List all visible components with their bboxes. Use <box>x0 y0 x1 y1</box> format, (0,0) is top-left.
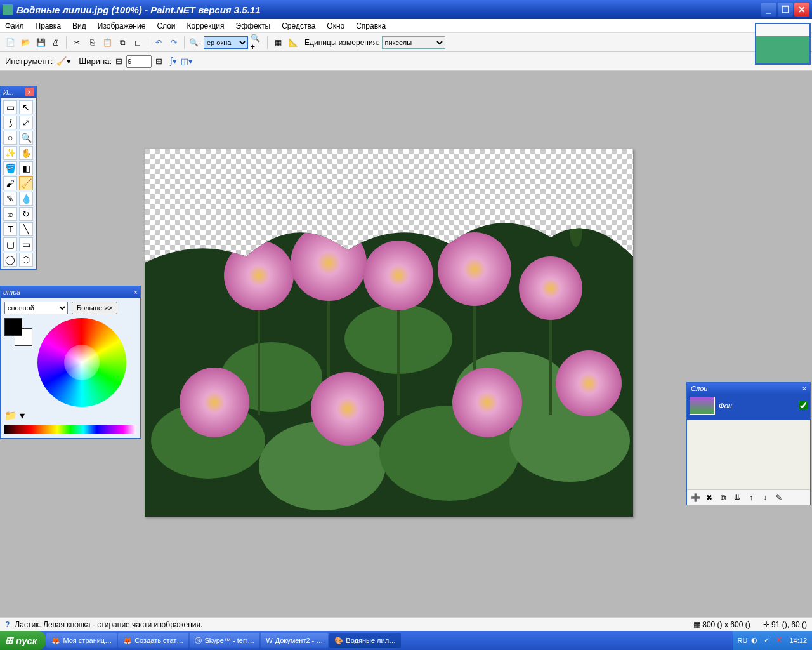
tray-clock[interactable]: 14:12 <box>789 637 807 644</box>
units-select[interactable]: пикселы <box>382 36 445 49</box>
blend-icon[interactable]: ◫▾ <box>181 56 193 66</box>
zoom-tool[interactable]: 🔍 <box>19 131 33 145</box>
pencil-tool[interactable]: ✎ <box>3 192 17 206</box>
crop-icon[interactable]: ⧉ <box>116 36 129 49</box>
ellipse-select-tool[interactable]: ○ <box>3 131 17 145</box>
layers-close-icon[interactable]: × <box>802 385 806 392</box>
paste-icon[interactable]: 📋 <box>101 36 114 49</box>
color-wheel[interactable] <box>37 318 126 407</box>
menu-adjustments[interactable]: Коррекция <box>187 22 225 30</box>
taskbar-item-firefox-1[interactable]: 🦊Моя страниц… <box>46 633 117 648</box>
rectangle-shape-tool[interactable]: ▢ <box>3 237 17 251</box>
start-button[interactable]: ⊞ пуск <box>0 631 46 650</box>
taskbar-item-paintnet[interactable]: 🎨Водяные лил… <box>329 633 401 648</box>
pan-tool[interactable]: ✋ <box>19 146 33 160</box>
tools-close-icon[interactable]: × <box>25 88 34 96</box>
width-input[interactable] <box>126 55 152 68</box>
open-icon[interactable]: 📂 <box>19 36 32 49</box>
tools-window[interactable]: И... × ▭ ↖ ⟆ ⤢ ○ 🔍 ✨ ✋ 🪣 ◧ 🖌 🧹 ✎ 💧 ⎄ ↻ T… <box>0 86 37 270</box>
close-button[interactable]: ✕ <box>794 3 809 17</box>
document-thumbnail[interactable] <box>755 23 811 65</box>
deselect-icon[interactable]: ◻ <box>131 36 144 49</box>
primary-color-swatch[interactable] <box>4 318 22 336</box>
paintbrush-tool[interactable]: 🖌 <box>3 176 17 190</box>
colors-window[interactable]: итра × сновной Больше >> 📁 ▾ <box>0 286 141 439</box>
zoom-in-icon[interactable]: 🔍+ <box>251 36 263 49</box>
line-tool[interactable]: ╲ <box>19 222 33 236</box>
ellipse-shape-tool[interactable]: ◯ <box>3 253 17 267</box>
ruler-icon[interactable]: 📐 <box>287 36 299 49</box>
color-picker-tool[interactable]: 💧 <box>19 192 33 206</box>
taskbar-item-firefox-2[interactable]: 🦊Создать стат… <box>118 633 188 648</box>
tray-icon-1[interactable]: ◐ <box>751 636 760 645</box>
undo-icon[interactable]: ↶ <box>152 36 165 49</box>
menu-file[interactable]: Файл <box>5 22 24 30</box>
merge-layer-icon[interactable]: ⇊ <box>731 492 743 503</box>
color-palette-strip[interactable] <box>4 425 136 434</box>
save-icon[interactable]: 💾 <box>34 36 47 49</box>
gradient-tool[interactable]: ◧ <box>19 161 33 175</box>
new-icon[interactable]: 📄 <box>4 36 16 49</box>
move-down-icon[interactable]: ↓ <box>759 492 771 503</box>
layer-properties-icon[interactable]: ✎ <box>773 492 785 503</box>
canvas[interactable] <box>145 149 633 517</box>
move-up-icon[interactable]: ↑ <box>745 492 757 503</box>
zoom-select[interactable]: ер окна <box>204 36 248 49</box>
menu-tools[interactable]: Средства <box>282 22 315 30</box>
width-decrease-icon[interactable]: ⊟ <box>115 56 122 66</box>
maximize-button[interactable]: ❐ <box>778 3 793 17</box>
redo-icon[interactable]: ↷ <box>167 36 180 49</box>
magic-wand-tool[interactable]: ✨ <box>3 146 17 160</box>
palette-load-icon[interactable]: 📁 <box>4 409 17 421</box>
move-selection-tool[interactable]: ⤢ <box>19 116 33 129</box>
rectangle-select-tool[interactable]: ▭ <box>3 100 17 114</box>
delete-layer-icon[interactable]: ✖ <box>704 492 715 503</box>
antialias-icon[interactable]: ʃ▾ <box>170 56 177 66</box>
grid-icon[interactable]: ▦ <box>272 36 284 49</box>
taskbar-item-skype[interactable]: ⓈSkype™ - terr… <box>190 633 259 648</box>
menu-image[interactable]: Изображение <box>98 22 146 30</box>
skype-icon: Ⓢ <box>195 636 202 646</box>
rounded-rect-tool[interactable]: ▭ <box>19 237 33 251</box>
add-layer-icon[interactable]: ➕ <box>690 492 701 503</box>
menu-help[interactable]: Справка <box>356 22 386 30</box>
move-tool[interactable]: ↖ <box>19 100 33 114</box>
width-increase-icon[interactable]: ⊞ <box>155 56 162 66</box>
recolor-tool[interactable]: ↻ <box>19 207 33 221</box>
taskbar-item-word[interactable]: WДокумент2 - … <box>261 633 328 648</box>
text-tool[interactable]: T <box>3 222 17 236</box>
menu-edit[interactable]: Правка <box>36 22 62 30</box>
duplicate-layer-icon[interactable]: ⧉ <box>717 492 729 503</box>
eraser-tool[interactable]: 🧹 <box>19 176 33 190</box>
colors-close-icon[interactable]: × <box>134 288 138 296</box>
color-swatches[interactable] <box>4 318 32 346</box>
zoom-out-icon[interactable]: 🔍- <box>188 36 201 49</box>
palette-dropdown-icon[interactable]: ▾ <box>20 409 25 421</box>
system-tray[interactable]: RU ◐ ✓ K 14:12 <box>733 631 812 650</box>
current-tool-icon[interactable]: 🧹▾ <box>56 56 71 66</box>
more-colors-button[interactable]: Больше >> <box>72 302 117 314</box>
cut-icon[interactable]: ✂ <box>70 36 83 49</box>
layers-window-title[interactable]: Слои × <box>687 383 810 394</box>
menu-view[interactable]: Вид <box>72 22 86 30</box>
layer-visibility-checkbox[interactable] <box>799 401 808 410</box>
tray-icon-2[interactable]: ✓ <box>764 636 773 645</box>
menu-window[interactable]: Окно <box>327 22 344 30</box>
clone-stamp-tool[interactable]: ⎄ <box>3 207 17 221</box>
svg-point-14 <box>291 225 367 301</box>
menu-layers[interactable]: Слои <box>157 22 175 30</box>
layers-window[interactable]: Слои × Фон ➕ ✖ ⧉ ⇊ ↑ ↓ ✎ <box>686 382 811 505</box>
minimize-button[interactable]: _ <box>761 3 776 17</box>
copy-icon[interactable]: ⎘ <box>86 36 98 49</box>
color-mode-select[interactable]: сновной <box>4 302 68 314</box>
tray-icon-3[interactable]: K <box>776 636 785 645</box>
tray-lang[interactable]: RU <box>738 637 748 644</box>
colors-window-title[interactable]: итра × <box>1 286 140 298</box>
lasso-tool[interactable]: ⟆ <box>3 116 17 129</box>
layer-row[interactable]: Фон <box>690 397 808 415</box>
menu-effects[interactable]: Эффекты <box>236 22 271 30</box>
paint-bucket-tool[interactable]: 🪣 <box>3 161 17 175</box>
print-icon[interactable]: 🖨 <box>49 36 62 49</box>
tools-window-title[interactable]: И... × <box>1 86 36 98</box>
freeform-shape-tool[interactable]: ⬡ <box>19 253 33 267</box>
